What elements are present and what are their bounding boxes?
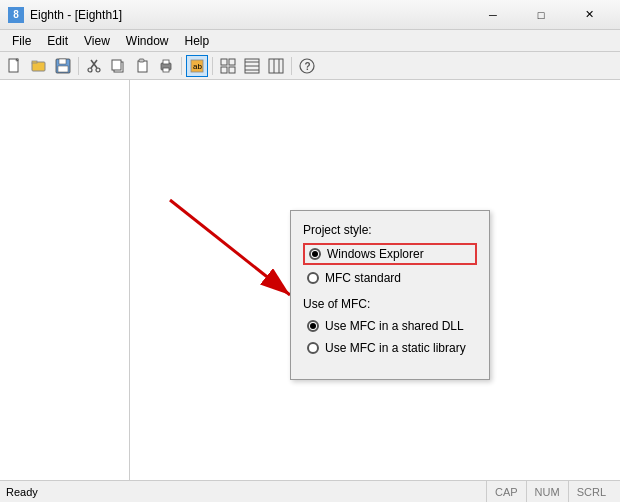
help-icon: ? bbox=[299, 58, 315, 74]
radio-windows-explorer[interactable]: Windows Explorer bbox=[303, 243, 477, 265]
svg-rect-21 bbox=[229, 59, 235, 65]
svg-rect-6 bbox=[58, 66, 68, 72]
radio-shared-dll-input[interactable] bbox=[307, 320, 319, 332]
radio-static-lib-input[interactable] bbox=[307, 342, 319, 354]
minimize-button[interactable]: ─ bbox=[470, 3, 516, 27]
status-num: NUM bbox=[526, 481, 568, 503]
svg-rect-3 bbox=[32, 61, 37, 63]
svg-rect-16 bbox=[163, 68, 169, 72]
radio-shared-dll-label: Use MFC in a shared DLL bbox=[325, 319, 464, 333]
radio-windows-explorer-label: Windows Explorer bbox=[327, 247, 424, 261]
menu-bar: File Edit View Window Help bbox=[0, 30, 620, 52]
toolbar-copy-button[interactable] bbox=[107, 55, 129, 77]
status-bar: Ready CAP NUM SCRL bbox=[0, 480, 620, 502]
toolbar-separator-1 bbox=[78, 57, 79, 75]
radio-static-lib-label: Use MFC in a static library bbox=[325, 341, 466, 355]
toolbar-save-button[interactable] bbox=[52, 55, 74, 77]
svg-rect-13 bbox=[138, 61, 147, 72]
svg-text:?: ? bbox=[305, 61, 311, 72]
project-settings-dialog: Project style: Windows Explorer MFC stan… bbox=[290, 210, 490, 380]
save-icon bbox=[55, 58, 71, 74]
svg-rect-20 bbox=[221, 59, 227, 65]
toolbar-cut-button[interactable] bbox=[83, 55, 105, 77]
svg-rect-5 bbox=[59, 59, 66, 64]
svg-text:ab: ab bbox=[193, 62, 202, 71]
maximize-button[interactable]: □ bbox=[518, 3, 564, 27]
app-icon: 8 bbox=[8, 7, 24, 23]
radio-mfc-standard[interactable]: MFC standard bbox=[303, 269, 477, 287]
toolbar-help-button[interactable]: ? bbox=[296, 55, 318, 77]
left-panel bbox=[0, 80, 130, 480]
svg-rect-23 bbox=[229, 67, 235, 73]
status-indicators: CAP NUM SCRL bbox=[486, 481, 614, 503]
new-document-icon bbox=[7, 58, 23, 74]
copy-icon bbox=[110, 58, 126, 74]
close-button[interactable]: ✕ bbox=[566, 3, 612, 27]
menu-view[interactable]: View bbox=[76, 30, 118, 51]
radio-mfc-standard-label: MFC standard bbox=[325, 271, 401, 285]
title-bar-left: 8 Eighth - [Eighth1] bbox=[8, 7, 122, 23]
svg-rect-28 bbox=[269, 59, 283, 73]
toolbar-grid1-button[interactable] bbox=[217, 55, 239, 77]
project-style-label: Project style: bbox=[303, 223, 477, 237]
editor-area: Project style: Windows Explorer MFC stan… bbox=[130, 80, 620, 480]
toolbar-separator-2 bbox=[181, 57, 182, 75]
toolbar-grid3-button[interactable] bbox=[265, 55, 287, 77]
grid3-icon bbox=[268, 58, 284, 74]
radio-windows-explorer-input[interactable] bbox=[309, 248, 321, 260]
grid2-icon bbox=[244, 58, 260, 74]
cut-icon bbox=[86, 58, 102, 74]
toolbar-active-button[interactable]: ab bbox=[186, 55, 208, 77]
toolbar: ab ? bbox=[0, 52, 620, 80]
radio-static-lib[interactable]: Use MFC in a static library bbox=[303, 339, 477, 357]
active-tool-icon: ab bbox=[189, 58, 205, 74]
title-bar-controls: ─ □ ✕ bbox=[470, 3, 612, 27]
svg-rect-17 bbox=[163, 60, 169, 64]
title-text: Eighth - [Eighth1] bbox=[30, 8, 122, 22]
svg-point-10 bbox=[96, 68, 100, 72]
use-of-mfc-label: Use of MFC: bbox=[303, 297, 477, 311]
menu-help[interactable]: Help bbox=[177, 30, 218, 51]
toolbar-new-button[interactable] bbox=[4, 55, 26, 77]
project-style-group: Windows Explorer MFC standard bbox=[303, 243, 477, 287]
open-folder-icon bbox=[31, 58, 47, 74]
svg-rect-14 bbox=[139, 59, 144, 62]
svg-rect-22 bbox=[221, 67, 227, 73]
svg-rect-12 bbox=[112, 60, 121, 70]
status-scrl: SCRL bbox=[568, 481, 614, 503]
toolbar-separator-4 bbox=[291, 57, 292, 75]
toolbar-paste-button[interactable] bbox=[131, 55, 153, 77]
radio-mfc-standard-input[interactable] bbox=[307, 272, 319, 284]
title-bar: 8 Eighth - [Eighth1] ─ □ ✕ bbox=[0, 0, 620, 30]
use-of-mfc-group: Use MFC in a shared DLL Use MFC in a sta… bbox=[303, 317, 477, 357]
status-text: Ready bbox=[6, 486, 38, 498]
grid1-icon bbox=[220, 58, 236, 74]
main-area: Project style: Windows Explorer MFC stan… bbox=[0, 80, 620, 480]
svg-point-9 bbox=[88, 68, 92, 72]
toolbar-separator-3 bbox=[212, 57, 213, 75]
toolbar-grid2-button[interactable] bbox=[241, 55, 263, 77]
menu-file[interactable]: File bbox=[4, 30, 39, 51]
radio-shared-dll[interactable]: Use MFC in a shared DLL bbox=[303, 317, 477, 335]
toolbar-open-button[interactable] bbox=[28, 55, 50, 77]
toolbar-print-button[interactable] bbox=[155, 55, 177, 77]
svg-line-34 bbox=[170, 200, 290, 295]
menu-edit[interactable]: Edit bbox=[39, 30, 76, 51]
menu-window[interactable]: Window bbox=[118, 30, 177, 51]
print-icon bbox=[158, 58, 174, 74]
paste-icon bbox=[134, 58, 150, 74]
status-cap: CAP bbox=[486, 481, 526, 503]
